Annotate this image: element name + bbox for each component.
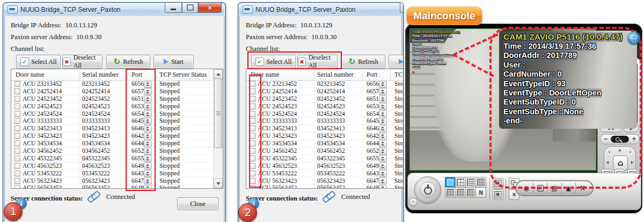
- bridge-ip-value: 10.0.13.129: [301, 21, 332, 29]
- select-all-button[interactable]: ✔ Select All: [16, 55, 61, 69]
- layout-4x4-button[interactable]: [475, 177, 486, 188]
- table-row: ACU 534532220534532226643Stopped: [11, 170, 214, 177]
- maximize-button[interactable]: [182, 3, 198, 13]
- link-icon: [87, 191, 100, 202]
- bridge-ip-value: 10.0.13.129: [65, 21, 97, 29]
- tcp-status-cell: Stopped: [159, 177, 180, 184]
- table-rows: ACU 232134520232134526656StoppedACU 2425…: [246, 80, 404, 188]
- close-window-button[interactable]: ×: [198, 3, 222, 13]
- start-button[interactable]: Start: [389, 55, 404, 69]
- scroll-up-button[interactable]: [214, 69, 223, 79]
- col-header-serial[interactable]: Serial number: [317, 71, 354, 79]
- port-spinner[interactable]: [379, 95, 387, 102]
- scroll-thumb[interactable]: [214, 78, 222, 148]
- serial-number-cell: 033333333: [82, 117, 110, 124]
- col-header-status[interactable]: TCP Server Status: [159, 71, 207, 79]
- layout-8x8-button[interactable]: [465, 187, 476, 198]
- minimize-button[interactable]: [165, 3, 182, 13]
- serial-number-cell: 045632523: [82, 162, 110, 169]
- tcp-status-cell: Stopped: [394, 117, 404, 124]
- layout-1x1-button[interactable]: [445, 177, 456, 188]
- row-checkbox[interactable]: [14, 88, 20, 94]
- start-button[interactable]: Start: [153, 55, 194, 69]
- port-spinner[interactable]: [379, 118, 387, 125]
- row-checkbox[interactable]: [14, 103, 20, 109]
- annotation-buttons-highlight: [247, 51, 342, 69]
- window-title: NUUO Bridge_TCP Server_Paxton: [255, 6, 356, 13]
- paxton-address-label: Paxton server Address:: [11, 33, 72, 41]
- serial-number-cell: 045322345: [82, 155, 110, 162]
- row-checkbox[interactable]: [14, 125, 20, 131]
- table-row: ACU 565634520565634526648Stopped: [246, 184, 404, 188]
- row-checkbox[interactable]: [14, 140, 20, 146]
- annotation-port-highlight: [126, 69, 156, 191]
- console-minimize-button[interactable]: −: [409, 198, 418, 206]
- row-checkbox[interactable]: [14, 96, 20, 102]
- serial-number-cell: 024252414: [317, 88, 345, 95]
- row-checkbox[interactable]: [14, 171, 20, 176]
- layout-5x5-button[interactable]: [445, 187, 456, 198]
- row-checkbox[interactable]: [14, 148, 20, 154]
- port-spinner[interactable]: [379, 155, 387, 162]
- refresh-button[interactable]: ↻ Refresh: [106, 55, 150, 69]
- port-spinner[interactable]: [379, 162, 387, 169]
- port-spinner[interactable]: [379, 170, 387, 177]
- layout-6-split-button[interactable]: [465, 177, 476, 188]
- door-name-cell: ACU 45322345: [258, 155, 297, 162]
- select-all-label: Select All: [32, 58, 57, 66]
- window-titlebar[interactable]: NUUO Bridge_TCP Server_Paxton ×: [4, 3, 225, 16]
- scroll-down-button[interactable]: [214, 179, 223, 188]
- col-header-status[interactable]: TCP Server Status: [394, 71, 404, 79]
- port-spinner[interactable]: [379, 185, 387, 188]
- serial-number-cell: 056563452: [317, 184, 345, 188]
- tcp-status-cell: Stopped: [159, 110, 180, 117]
- serial-number-cell: 034562452: [82, 147, 110, 154]
- port-spinner[interactable]: [379, 133, 387, 140]
- serial-number-cell: 056323423: [82, 177, 110, 184]
- paxton-address-label: Paxton server Address:: [246, 33, 308, 41]
- layout-2x2-button[interactable]: [455, 177, 466, 188]
- table-header: Door name Serial number Port TCP Server …: [246, 69, 404, 81]
- col-header-port[interactable]: Port: [367, 71, 377, 79]
- row-checkbox[interactable]: [14, 163, 20, 169]
- refresh-label: Refresh: [358, 58, 378, 66]
- layout-extra-button-2[interactable]: [493, 189, 503, 200]
- port-spinner[interactable]: [379, 88, 387, 95]
- minimize-button[interactable]: [400, 3, 404, 13]
- row-checkbox[interactable]: [14, 178, 20, 184]
- door-name-cell: ACU 45322345: [23, 155, 62, 162]
- port-spinner[interactable]: [379, 177, 387, 184]
- deselect-all-button[interactable]: ✖ Deselect All: [62, 55, 103, 69]
- row-checkbox[interactable]: [14, 118, 20, 124]
- power-button[interactable]: [414, 176, 441, 203]
- door-name-cell: ACU 34534534: [258, 140, 297, 147]
- col-header-door[interactable]: Door name: [16, 71, 45, 79]
- row-checkbox[interactable]: [14, 133, 20, 139]
- tcp-status-cell: Stopped: [159, 184, 180, 188]
- port-value: 6644: [367, 140, 379, 147]
- refresh-button[interactable]: ↻ Refresh: [341, 55, 385, 69]
- col-header-serial[interactable]: Serial number: [82, 71, 119, 79]
- layout-6x6-button[interactable]: [455, 187, 466, 198]
- port-spinner[interactable]: [379, 125, 387, 132]
- layout-n-button[interactable]: N: [475, 187, 486, 198]
- table-row: ACU 456325230456325236649Stopped: [11, 162, 214, 170]
- window-titlebar[interactable]: NUUO Bridge_TCP Server_Paxton ×: [239, 3, 404, 16]
- port-spinner[interactable]: [379, 110, 387, 117]
- port-spinner[interactable]: [379, 148, 387, 155]
- row-checkbox[interactable]: [14, 111, 20, 117]
- close-button[interactable]: Close: [177, 197, 218, 210]
- door-name-cell: ACU 23213452: [258, 80, 297, 87]
- row-checkbox[interactable]: [14, 81, 20, 87]
- port-spinner[interactable]: [379, 140, 387, 147]
- row-checkbox[interactable]: [14, 156, 20, 161]
- row-checkbox[interactable]: [14, 185, 20, 188]
- table-scrollbar[interactable]: [213, 69, 223, 188]
- serial-number-cell: 033333333: [317, 117, 345, 124]
- channel-list-label: Channel list:: [11, 45, 45, 53]
- osd-line: EventSubTypeID : 0: [412, 58, 443, 62]
- tcp-status-cell: Stopped: [159, 117, 180, 124]
- port-spinner[interactable]: [379, 81, 387, 88]
- port-spinner[interactable]: [379, 103, 387, 110]
- paxton-address-value: 10.0.9.30: [311, 33, 336, 41]
